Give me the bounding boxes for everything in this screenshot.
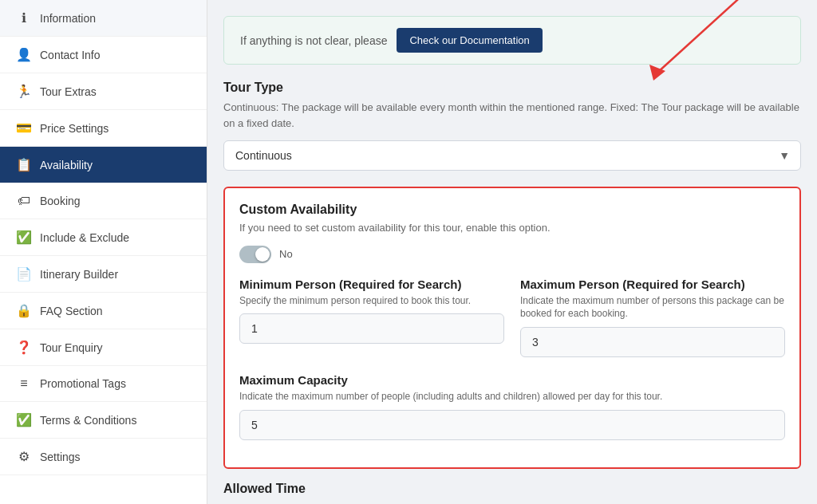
sidebar-icon-faq-section: 🔒	[16, 303, 32, 318]
max-capacity-desc: Indicate the maximum number of people (i…	[239, 390, 785, 404]
sidebar-icon-contact-info: 👤	[16, 47, 32, 62]
svg-marker-1	[649, 65, 665, 81]
toggle-row: No	[239, 246, 785, 263]
sidebar-label-booking: Booking	[40, 195, 81, 207]
tour-type-desc: Continuous: The package will be availabl…	[223, 100, 801, 131]
sidebar-item-contact-info[interactable]: 👤 Contact Info	[0, 37, 207, 73]
sidebar-item-faq-section[interactable]: 🔒 FAQ Section	[0, 293, 207, 329]
sidebar-item-itinerary-builder[interactable]: 📄 Itinerary Builder	[0, 256, 207, 293]
custom-availability-toggle[interactable]	[239, 246, 271, 263]
custom-availability-desc: If you need to set custom availability f…	[239, 220, 785, 236]
info-banner: If anything is not clear, please Check o…	[223, 16, 801, 65]
toggle-label: No	[279, 248, 293, 260]
sidebar-item-price-settings[interactable]: 💳 Price Settings	[0, 110, 207, 147]
sidebar-icon-tour-enquiry: ❓	[16, 340, 32, 355]
max-capacity-label: Maximum Capacity	[239, 373, 785, 387]
sidebar-label-settings: Settings	[40, 451, 81, 463]
person-fields-grid: Minimum Person (Required for Search) Spe…	[239, 278, 785, 358]
sidebar: ℹ Information 👤 Contact Info 🏃 Tour Extr…	[0, 0, 207, 504]
sidebar-label-promotional-tags: Promotional Tags	[40, 377, 126, 390]
tour-type-select-wrapper: ContinuousFixed ▼	[223, 140, 801, 171]
banner-text: If anything is not clear, please	[240, 34, 387, 47]
custom-availability-box: Custom Availability If you need to set c…	[223, 187, 801, 469]
sidebar-item-booking[interactable]: 🏷 Booking	[0, 183, 207, 219]
sidebar-label-contact-info: Contact Info	[40, 49, 101, 61]
sidebar-icon-booking: 🏷	[16, 194, 32, 208]
sidebar-icon-terms-conditions: ✅	[16, 412, 32, 427]
sidebar-label-terms-conditions: Terms & Conditions	[40, 414, 136, 427]
toggle-knob	[255, 247, 270, 262]
sidebar-item-include-exclude[interactable]: ✅ Include & Exclude	[0, 219, 207, 256]
sidebar-label-tour-extras: Tour Extras	[40, 85, 97, 98]
sidebar-icon-information: ℹ	[16, 10, 32, 26]
min-person-field: Minimum Person (Required for Search) Spe…	[239, 278, 504, 358]
sidebar-label-price-settings: Price Settings	[40, 122, 109, 135]
max-person-input[interactable]	[520, 327, 785, 357]
sidebar-item-tour-enquiry[interactable]: ❓ Tour Enquiry	[0, 329, 207, 366]
max-capacity-field: Maximum Capacity Indicate the maximum nu…	[239, 373, 785, 440]
allowed-time-section: Allowed Time Add New Time	[223, 482, 801, 504]
sidebar-icon-tour-extras: 🏃	[16, 84, 32, 99]
sidebar-item-promotional-tags[interactable]: ≡ Promotional Tags	[0, 366, 207, 402]
max-person-desc: Indicate the maximum number of persons t…	[520, 294, 785, 321]
sidebar-label-include-exclude: Include & Exclude	[40, 231, 129, 244]
allowed-time-title: Allowed Time	[223, 482, 801, 496]
main-content: If anything is not clear, please Check o…	[207, 0, 817, 504]
sidebar-icon-include-exclude: ✅	[16, 230, 32, 245]
sidebar-label-tour-enquiry: Tour Enquiry	[40, 341, 103, 354]
sidebar-item-settings[interactable]: ⚙ Settings	[0, 439, 207, 475]
max-person-label: Maximum Person (Required for Search)	[520, 278, 785, 291]
check-docs-button[interactable]: Check our Documentation	[397, 28, 542, 53]
sidebar-label-availability: Availability	[40, 159, 93, 171]
tour-type-title: Tour Type	[223, 81, 801, 95]
sidebar-item-availability[interactable]: 📋 Availability	[0, 147, 207, 183]
sidebar-label-faq-section: FAQ Section	[40, 305, 103, 317]
sidebar-label-itinerary-builder: Itinerary Builder	[40, 268, 118, 281]
sidebar-label-information: Information	[40, 12, 96, 25]
sidebar-icon-settings: ⚙	[16, 449, 32, 464]
sidebar-item-terms-conditions[interactable]: ✅ Terms & Conditions	[0, 402, 207, 439]
min-person-label: Minimum Person (Required for Search)	[239, 278, 504, 291]
sidebar-item-tour-extras[interactable]: 🏃 Tour Extras	[0, 73, 207, 110]
custom-availability-title: Custom Availability	[239, 203, 785, 217]
sidebar-icon-promotional-tags: ≡	[16, 376, 32, 391]
sidebar-icon-itinerary-builder: 📄	[16, 266, 32, 282]
tour-type-section: Tour Type Continuous: The package will b…	[223, 81, 801, 171]
max-capacity-input[interactable]	[239, 410, 785, 440]
sidebar-icon-price-settings: 💳	[16, 120, 32, 136]
max-person-field: Maximum Person (Required for Search) Ind…	[520, 278, 785, 358]
sidebar-item-information[interactable]: ℹ Information	[0, 0, 207, 37]
tour-type-select[interactable]: ContinuousFixed	[223, 140, 801, 171]
min-person-input[interactable]	[239, 313, 504, 344]
min-person-desc: Specify the minimum person required to b…	[239, 294, 504, 308]
sidebar-icon-availability: 📋	[16, 157, 32, 172]
